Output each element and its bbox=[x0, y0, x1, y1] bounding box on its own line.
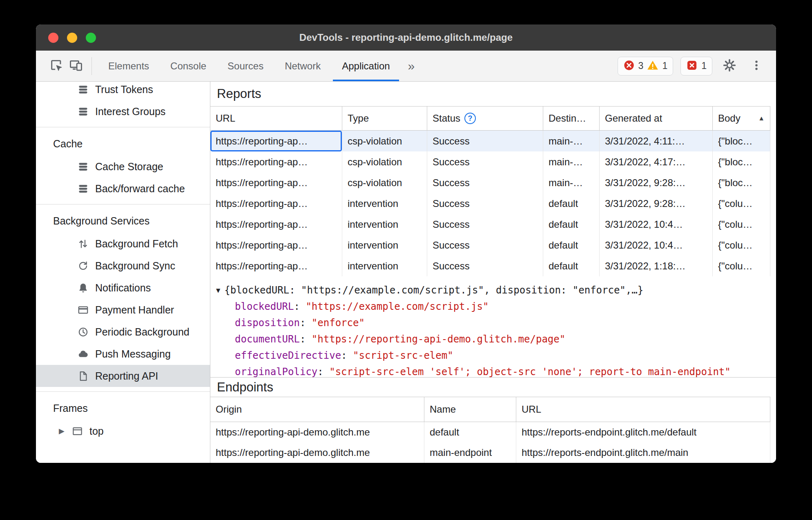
sidebar-item-periodic-background-sync[interactable]: Periodic Background bbox=[36, 321, 210, 343]
report-destination-cell[interactable]: main-… bbox=[543, 131, 600, 151]
report-row[interactable]: https://reporting-ap… intervention Succe… bbox=[210, 214, 770, 235]
chevron-right-icon[interactable]: ▶ bbox=[59, 427, 71, 436]
console-counters-badge[interactable]: 3 1 bbox=[618, 57, 674, 76]
report-url-cell[interactable]: https://reporting-ap… bbox=[210, 214, 342, 235]
report-generated-cell[interactable]: 3/31/2022, 9:28:… bbox=[600, 193, 713, 214]
issues-counter-badge[interactable]: 1 bbox=[680, 57, 712, 76]
tab-application[interactable]: Application bbox=[331, 51, 400, 81]
sidebar-section-cache: Cache bbox=[36, 132, 210, 156]
report-url-cell[interactable]: https://reporting-ap… bbox=[210, 131, 342, 151]
database-stack-icon bbox=[77, 84, 89, 95]
column-header-generated-at[interactable]: Generated at bbox=[600, 107, 713, 130]
report-row[interactable]: https://reporting-ap… intervention Succe… bbox=[210, 256, 770, 276]
column-header-status[interactable]: Status? bbox=[427, 107, 543, 130]
report-status-cell[interactable]: Success bbox=[427, 235, 543, 256]
report-generated-cell[interactable]: 3/31/2022, 1:18:… bbox=[600, 256, 713, 276]
report-url-cell[interactable]: https://reporting-ap… bbox=[210, 172, 342, 193]
more-options-button[interactable] bbox=[747, 56, 766, 76]
column-header-label: Status bbox=[433, 113, 460, 124]
report-row[interactable]: https://reporting-ap… intervention Succe… bbox=[210, 235, 770, 256]
column-header-body[interactable]: Body▲ bbox=[713, 107, 770, 130]
column-header-type[interactable]: Type bbox=[342, 107, 427, 130]
more-tabs-button[interactable]: » bbox=[401, 59, 422, 73]
sidebar-item-push-messaging[interactable]: Push Messaging bbox=[36, 343, 210, 365]
sidebar-item-notifications[interactable]: Notifications bbox=[36, 277, 210, 299]
report-url-cell[interactable]: https://reporting-ap… bbox=[210, 193, 342, 214]
report-type-cell[interactable]: csp-violation bbox=[342, 151, 427, 172]
report-status-cell[interactable]: Success bbox=[427, 214, 543, 235]
report-type-cell[interactable]: intervention bbox=[342, 193, 427, 214]
column-header-origin[interactable]: Origin bbox=[210, 397, 424, 422]
report-body-preview: ▼{blockedURL: "https://example.com/scrip… bbox=[210, 276, 776, 377]
settings-button[interactable] bbox=[720, 56, 739, 76]
sidebar-item-top-frame[interactable]: ▶ top bbox=[36, 420, 210, 442]
report-type-cell[interactable]: intervention bbox=[342, 214, 427, 235]
tab-elements[interactable]: Elements bbox=[98, 51, 160, 81]
report-destination-cell[interactable]: main-… bbox=[543, 172, 600, 193]
report-body-cell[interactable]: {"colu… bbox=[713, 214, 770, 235]
column-header-destination[interactable]: Destin… bbox=[543, 107, 600, 130]
report-status-cell[interactable]: Success bbox=[427, 131, 543, 151]
endpoints-table: Origin Name URL https://reporting-api-de… bbox=[210, 397, 776, 463]
sidebar-item-cache-storage[interactable]: Cache Storage bbox=[36, 156, 210, 178]
help-icon[interactable]: ? bbox=[464, 113, 476, 124]
minimize-button[interactable] bbox=[67, 33, 77, 43]
report-destination-cell[interactable]: default bbox=[543, 214, 600, 235]
endpoint-row[interactable]: https://reporting-api-demo.glitch.me def… bbox=[210, 422, 770, 442]
report-body-cell[interactable]: {"bloc… bbox=[713, 131, 770, 151]
report-type-cell[interactable]: csp-violation bbox=[342, 172, 427, 193]
sidebar-item-payment-handler[interactable]: Payment Handler bbox=[36, 299, 210, 321]
report-destination-cell[interactable]: default bbox=[543, 256, 600, 276]
zoom-button[interactable] bbox=[86, 33, 96, 43]
tab-label: Elements bbox=[108, 60, 149, 72]
report-url-cell[interactable]: https://reporting-ap… bbox=[210, 235, 342, 256]
report-row[interactable]: https://reporting-ap… csp-violation Succ… bbox=[210, 172, 770, 193]
report-destination-cell[interactable]: default bbox=[543, 193, 600, 214]
device-toolbar-button[interactable] bbox=[66, 56, 86, 76]
column-header-url[interactable]: URL bbox=[516, 397, 770, 422]
json-preview-summary[interactable]: ▼{blockedURL: "https://example.com/scrip… bbox=[216, 282, 772, 298]
sidebar-item-trust-tokens[interactable]: Trust Tokens bbox=[36, 82, 210, 100]
report-status-cell[interactable]: Success bbox=[427, 172, 543, 193]
sidebar-item-reporting-api[interactable]: Reporting API bbox=[36, 365, 210, 387]
report-destination-cell[interactable]: main-… bbox=[543, 151, 600, 172]
report-generated-cell[interactable]: 3/31/2022, 9:28:… bbox=[600, 172, 713, 193]
tab-network[interactable]: Network bbox=[274, 51, 331, 81]
expand-triangle-icon[interactable]: ▼ bbox=[216, 282, 220, 298]
report-body-cell[interactable]: {"colu… bbox=[713, 256, 770, 276]
close-button[interactable] bbox=[48, 33, 58, 43]
endpoint-row[interactable]: https://reporting-api-demo.glitch.me mai… bbox=[210, 442, 770, 463]
report-generated-cell[interactable]: 3/31/2022, 10:4… bbox=[600, 235, 713, 256]
report-body-cell[interactable]: {"bloc… bbox=[713, 172, 770, 193]
report-destination-cell[interactable]: default bbox=[543, 235, 600, 256]
report-row[interactable]: https://reporting-ap… intervention Succe… bbox=[210, 193, 770, 214]
report-status-cell[interactable]: Success bbox=[427, 193, 543, 214]
report-url-cell[interactable]: https://reporting-ap… bbox=[210, 151, 342, 172]
tab-sources[interactable]: Sources bbox=[217, 51, 274, 81]
report-body-cell[interactable]: {"colu… bbox=[713, 193, 770, 214]
report-type-cell[interactable]: intervention bbox=[342, 235, 427, 256]
report-type-cell[interactable]: intervention bbox=[342, 256, 427, 276]
sidebar-item-back-forward-cache[interactable]: Back/forward cache bbox=[36, 178, 210, 200]
tab-console[interactable]: Console bbox=[160, 51, 217, 81]
warning-icon bbox=[647, 60, 658, 73]
column-header-url[interactable]: URL bbox=[210, 107, 342, 130]
inspect-element-button[interactable] bbox=[47, 56, 66, 76]
report-generated-cell[interactable]: 3/31/2022, 10:4… bbox=[600, 214, 713, 235]
report-generated-cell[interactable]: 3/31/2022, 4:17:… bbox=[600, 151, 713, 172]
report-generated-cell[interactable]: 3/31/2022, 4:11:… bbox=[600, 131, 713, 151]
report-row[interactable]: https://reporting-ap… csp-violation Succ… bbox=[210, 151, 770, 172]
column-header-name[interactable]: Name bbox=[424, 397, 516, 422]
report-body-cell[interactable]: {"bloc… bbox=[713, 151, 770, 172]
sidebar-item-background-sync[interactable]: Background Sync bbox=[36, 255, 210, 277]
report-body-cell[interactable]: {"colu… bbox=[713, 235, 770, 256]
sync-icon bbox=[77, 260, 89, 271]
report-status-cell[interactable]: Success bbox=[427, 256, 543, 276]
report-type-cell[interactable]: csp-violation bbox=[342, 131, 427, 151]
sidebar-item-background-fetch[interactable]: Background Fetch bbox=[36, 233, 210, 255]
report-url-cell[interactable]: https://reporting-ap… bbox=[210, 256, 342, 276]
sidebar-item-interest-groups[interactable]: Interest Groups bbox=[36, 100, 210, 122]
report-row[interactable]: https://reporting-ap… csp-violation Succ… bbox=[210, 131, 770, 151]
report-status-cell[interactable]: Success bbox=[427, 151, 543, 172]
sidebar-item-label: Background Sync bbox=[95, 260, 175, 272]
